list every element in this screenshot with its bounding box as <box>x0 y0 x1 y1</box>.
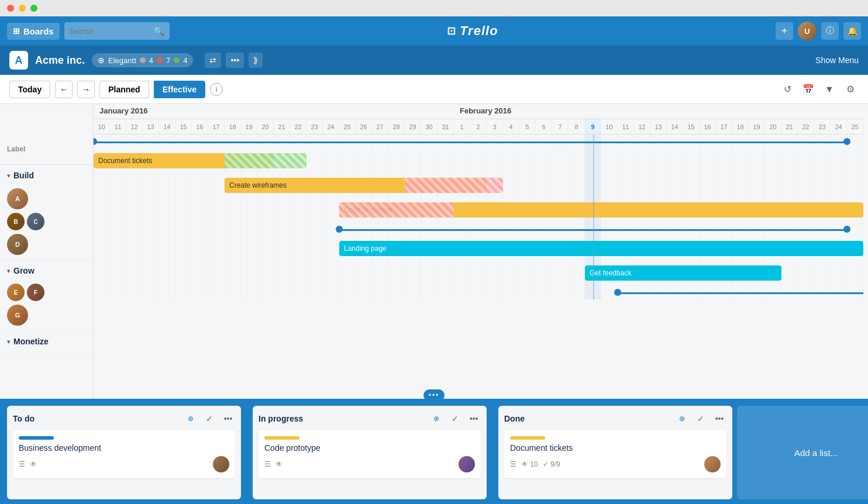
board-name: Acme inc. <box>35 54 85 67</box>
collapse-button[interactable]: ⟫ <box>249 53 263 68</box>
eleganti-list-button[interactable]: ⊕ <box>429 412 443 426</box>
kanban-card[interactable]: Code prototype ☰ 👁 <box>259 430 481 478</box>
more-list-button[interactable]: ••• <box>712 412 726 426</box>
card-label <box>264 436 299 440</box>
eleganti-list-button[interactable]: ⊕ <box>184 412 198 426</box>
kanban-list-inprogress: In progress ⊕ ✓ ••• Code prototype ☰ 👁 <box>253 406 487 499</box>
boards-label: Boards <box>23 26 54 36</box>
avatar: F <box>27 284 44 301</box>
check-list-button[interactable]: ✓ <box>694 412 708 426</box>
settings-button[interactable]: ⚙ <box>842 81 859 98</box>
card-icons: ☰ 👁 10 ✓ 9/9 <box>510 460 560 468</box>
user-avatar[interactable]: U <box>798 22 817 40</box>
more-button[interactable]: ••• <box>226 53 244 68</box>
toolbar-right: ↺ 📅 ▼ ⚙ <box>779 81 859 98</box>
add-button[interactable]: + <box>776 22 793 40</box>
list-header: In progress ⊕ ✓ ••• <box>259 412 481 426</box>
effective-tab[interactable]: Effective <box>154 81 205 98</box>
list-item: E F <box>7 284 86 301</box>
card-title: Business development <box>19 443 229 453</box>
kanban-area: ••• To do ⊕ ✓ ••• Business development ☰… <box>0 399 868 504</box>
grow-group-title[interactable]: ▾ Grow <box>0 260 93 281</box>
build-group-title[interactable]: ▾ Build <box>0 165 93 186</box>
calendar-button[interactable]: 📅 <box>800 81 817 98</box>
planned-tab[interactable]: Planned <box>99 81 149 98</box>
close-button[interactable] <box>7 5 14 12</box>
checks-badge: ✓ 9/9 <box>543 460 560 468</box>
list-header: Done ⊕ ✓ ••• <box>504 412 726 426</box>
gantt-chart[interactable]: January 2016February 2016101112131415161… <box>94 104 868 399</box>
gantt-header: January 2016February 2016101112131415161… <box>94 104 868 134</box>
show-menu-button[interactable]: Show Menu <box>815 56 859 65</box>
build-chevron: ▾ <box>7 172 10 179</box>
list-title: To do <box>13 414 179 423</box>
nav-right: + U ⓘ 🔔 <box>776 22 861 40</box>
add-list-label: Add a list... <box>794 448 838 458</box>
check-list-button[interactable]: ✓ <box>202 412 216 426</box>
eleganti-list-button[interactable]: ⊕ <box>675 412 689 426</box>
maximize-button[interactable] <box>30 5 37 12</box>
card-avatar <box>459 456 475 472</box>
add-list-area[interactable]: Add a list... <box>737 406 868 499</box>
eleganti-label: Elegantt <box>108 56 136 65</box>
eye-icon: 👁 <box>30 460 37 468</box>
refresh-button[interactable]: ↺ <box>779 81 795 98</box>
check-list-button[interactable]: ✓ <box>448 412 462 426</box>
card-avatar <box>704 456 721 472</box>
collapse-button[interactable]: ••• <box>423 389 445 401</box>
info-button[interactable]: ⓘ <box>821 22 839 40</box>
card-label <box>19 436 54 440</box>
avatar-initial: D <box>7 234 28 255</box>
kanban-list-done: Done ⊕ ✓ ••• Document tickets ☰ 👁 10 ✓ 9… <box>498 406 732 499</box>
boards-button[interactable]: ⊞ Boards <box>7 23 60 40</box>
filter-button[interactable]: ▼ <box>821 81 838 98</box>
kanban-card[interactable]: Business development ☰ 👁 <box>13 430 235 478</box>
card-footer: ☰ 👁 <box>264 456 475 472</box>
notification-button[interactable]: 🔔 <box>843 22 861 40</box>
list-icon: ☰ <box>264 460 271 468</box>
avatar-initial: G <box>7 305 28 326</box>
grow-label: Grow <box>13 266 35 275</box>
gantt-toolbar: Today ← → Planned Effective i ↺ 📅 ▼ ⚙ <box>0 75 868 104</box>
card-icons: ☰ 👁 <box>264 460 283 468</box>
avatar-initial: A <box>7 188 28 209</box>
member-dot-green <box>174 57 180 63</box>
avatar-initial: E <box>7 284 25 301</box>
kanban-card[interactable]: Document tickets ☰ 👁 10 ✓ 9/9 <box>504 430 726 478</box>
collapse-icon: ••• <box>429 391 440 399</box>
gantt-body: Document ticketsCreate wireframesCode pr… <box>94 134 863 299</box>
views-badge: 👁 10 <box>521 460 538 468</box>
today-button[interactable]: Today <box>9 81 50 98</box>
more-list-button[interactable]: ••• <box>467 412 481 426</box>
more-list-button[interactable]: ••• <box>221 412 235 426</box>
next-button[interactable]: → <box>77 81 95 98</box>
minimize-button[interactable] <box>19 5 26 12</box>
build-group: ▾ Build A B C <box>0 165 93 260</box>
info-button-gantt[interactable]: i <box>210 83 223 96</box>
card-footer: ☰ 👁 10 ✓ 9/9 <box>510 456 721 472</box>
list-item: G <box>7 305 86 326</box>
card-footer: ☰ 👁 <box>19 456 229 472</box>
list-item: B C <box>7 213 86 230</box>
search-input[interactable] <box>69 27 153 36</box>
monetize-group-title[interactable]: ▾ Monetize <box>0 331 93 352</box>
eleganti-icon: ⊕ <box>98 56 105 65</box>
avatar: G <box>7 305 28 326</box>
kanban-list-todo: To do ⊕ ✓ ••• Business development ☰ 👁 <box>7 406 241 499</box>
gantt-area: Label ▾ Build A B <box>0 104 868 399</box>
list-icon: ☰ <box>510 460 516 468</box>
board-header-actions: ⇄ ••• ⟫ <box>205 53 263 68</box>
top-nav: ⊞ Boards 🔍 ⊡ Trello + U ⓘ 🔔 <box>0 16 868 46</box>
search-bar[interactable]: 🔍 <box>64 22 170 40</box>
monetize-group: ▾ Monetize <box>0 331 93 353</box>
logo-text: Trello <box>460 23 498 39</box>
share-button[interactable]: ⇄ <box>205 53 221 68</box>
eye-icon: 👁 <box>275 460 283 468</box>
member-count-green: 4 <box>183 56 187 65</box>
prev-button[interactable]: ← <box>55 81 73 98</box>
eleganti-plugin[interactable]: ⊕ Elegantt 4 7 4 <box>92 53 193 67</box>
avatar: D <box>7 234 28 255</box>
list-item: A <box>7 188 86 209</box>
boards-icon: ⊞ <box>13 26 20 36</box>
avatar: B <box>7 213 25 230</box>
